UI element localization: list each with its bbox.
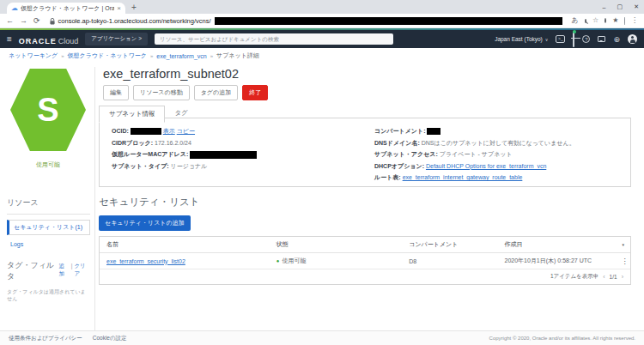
pinned-extension-icon[interactable]: ★ [612, 16, 618, 25]
extension-icon[interactable] [605, 18, 606, 23]
terms-privacy-link[interactable]: 使用条件およびプライバシー [9, 335, 82, 342]
sidebar-item-logs[interactable]: Logs [10, 241, 90, 247]
ocid-row: OCID: 表示 コピー [112, 125, 366, 137]
breadcrumb-networking[interactable]: ネットワーキング [9, 51, 58, 60]
status-text: 使用可能 [282, 257, 306, 263]
new-tab-button[interactable]: + [131, 2, 137, 13]
compartment-label: コンパートメント: [374, 128, 425, 134]
browser-tab-bar: ☁ 仮想クラウド・ネットワーク | Oracle C × + – ▢ ✕ [0, 0, 644, 14]
breadcrumb-vcn[interactable]: exe_terraform_vcn [156, 53, 206, 59]
applications-button[interactable]: アプリケーション > [85, 33, 148, 45]
copyright-text: Copyright © 2020, Oracle and/or its affi… [489, 336, 635, 341]
entity-status: 使用可能 [9, 160, 87, 169]
lock-icon [50, 13, 55, 28]
zoom-icon[interactable] [585, 19, 586, 23]
forward-icon[interactable]: → [20, 17, 27, 25]
breadcrumb-separator: » [210, 53, 213, 58]
header-name[interactable]: 名前 [100, 237, 270, 252]
tag-filter-note: タグ・フィルタは適用されていません [7, 288, 90, 302]
tag-filter-actions: 追加 | クリア [59, 263, 90, 278]
bookmark-star-icon[interactable]: ☆ [592, 16, 598, 25]
entity-icon-block: S 使用可能 [9, 69, 87, 169]
cloud-shell-icon[interactable]: >_ [556, 35, 565, 43]
ocid-show-link[interactable]: 表示 [163, 128, 175, 134]
subnet-type-label: サブネット・タイプ: [112, 163, 169, 169]
edit-button[interactable]: 編集 [103, 85, 129, 100]
subnet-type-value: リージョナル [171, 163, 208, 169]
header-created[interactable]: 作成日 [497, 237, 614, 252]
browser-profile-avatar[interactable] [624, 17, 625, 25]
add-tags-button[interactable]: タグの追加 [194, 85, 239, 100]
translate-icon[interactable]: あ [572, 16, 579, 25]
sidebar-rule [7, 214, 90, 215]
back-icon[interactable]: ← [6, 17, 14, 25]
window-controls: – ▢ ✕ [603, 0, 639, 14]
console-search-input[interactable] [155, 33, 393, 45]
language-globe-icon[interactable]: ⊕ [613, 35, 620, 44]
tag-clear-link[interactable]: クリア [74, 263, 90, 278]
help-icon[interactable]: ? [582, 35, 590, 43]
sort-caret-icon[interactable]: ▼ [614, 239, 630, 251]
resources-title: リソース [7, 197, 90, 209]
hamburger-menu-icon[interactable]: ≡ [7, 35, 12, 44]
route-table-link[interactable]: exe_terraform_internet_gateway_route_tab… [403, 174, 523, 180]
table-pagination: 1アイテムを表示中 ‹ 1/1 › [100, 269, 630, 284]
tag-filter-title: タグ・フィルタ [7, 260, 59, 282]
bell-status-dot [573, 30, 576, 33]
oci-top-nav: ≡ ORACLECloud アプリケーション > Japan East (Tok… [0, 30, 644, 48]
mac-label: 仮想ルーターMACアドレス: [112, 151, 188, 157]
user-avatar[interactable] [628, 34, 637, 44]
dns-value: DNSはこのサブネットに対して有効になっていません。 [422, 140, 575, 146]
announcements-bell-icon[interactable] [573, 32, 574, 47]
dns-row: DNSドメイン名: DNSはこのサブネットに対して有効になっていません。 [374, 137, 618, 149]
details-right-column: コンパートメント: DNSドメイン名: DNSはこのサブネットに対して有効になっ… [374, 125, 618, 179]
ocid-copy-link[interactable]: コピー [177, 128, 195, 134]
created-cell: 2020年10月1日(木) 0:58:27 UTC [497, 253, 614, 269]
breadcrumb-vcn-list[interactable]: 仮想クラウド・ネットワーク [68, 51, 147, 60]
region-label: Japan East (Tokyo) [495, 36, 543, 42]
terminate-button[interactable]: 終了 [242, 85, 268, 100]
subnet-type-row: サブネット・タイプ: リージョナル [112, 160, 366, 172]
browser-menu-icon[interactable]: ⋮ [631, 16, 638, 25]
details-left-column: OCID: 表示 コピー CIDRブロック: 172.16.2.0/24 仮想ル… [112, 125, 366, 179]
subnet-hexagon-icon: S [10, 69, 86, 151]
compartment-cell: D8 [402, 255, 497, 268]
tab-close-icon[interactable]: × [117, 4, 121, 12]
reload-icon[interactable]: ⟳ [33, 17, 40, 25]
tag-add-link[interactable]: 追加 [59, 263, 70, 278]
url-field[interactable]: console.ap-tokyo-1.oraclecloud.com/netwo… [46, 15, 566, 27]
subnet-access-value: プライベート - サブネット [440, 151, 513, 157]
tab-subnet-info[interactable]: サブネット情報 [99, 106, 165, 123]
page-next-icon[interactable]: › [622, 274, 623, 280]
tab-tags[interactable]: タグ [165, 106, 197, 123]
browser-tab[interactable]: ☁ 仮想クラウド・ネットワーク | Oracle C × [7, 3, 125, 14]
move-resource-button[interactable]: リソースの移動 [133, 85, 190, 100]
nav-right-cluster: Japan East (Tokyo)∨ >_ ? ⊕ [495, 32, 637, 47]
redacted-url-segment [215, 17, 562, 25]
tag-links-separator: | [71, 263, 73, 278]
window-maximize-button[interactable]: ▢ [617, 3, 623, 10]
redacted-compartment [427, 128, 440, 135]
footer-links: 使用条件およびプライバシー Cookieの設定 [9, 335, 127, 342]
sidebar-item-security-lists[interactable]: セキュリティ・リスト(1) [7, 220, 90, 235]
dhcp-options-link[interactable]: Default DHCP Options for exe_terraform_v… [426, 163, 546, 169]
security-list-link[interactable]: exe_terraform_security_list02 [106, 258, 185, 264]
window-minimize-button[interactable]: – [603, 4, 606, 10]
cookie-settings-link[interactable]: Cookieの設定 [93, 335, 127, 342]
add-security-list-button[interactable]: セキュリティ・リストの追加 [99, 215, 191, 231]
subnet-access-label: サブネット・アクセス: [374, 151, 438, 157]
page-prev-icon[interactable]: ‹ [603, 274, 605, 280]
cloud-favicon-icon: ☁ [11, 5, 18, 12]
feedback-chat-icon[interactable] [598, 36, 605, 42]
redacted-mac-address [190, 151, 257, 159]
header-status[interactable]: 状態 [270, 237, 403, 252]
route-table-row: ルート表: exe_terraform_internet_gateway_rou… [374, 172, 618, 184]
table-row: exe_terraform_security_list02 ●使用可能 D8 2… [100, 253, 630, 269]
header-compartment[interactable]: コンパートメント [402, 237, 497, 252]
ocid-label: OCID: [112, 128, 129, 134]
row-menu-icon[interactable]: ⋮ [614, 254, 630, 269]
region-selector[interactable]: Japan East (Tokyo)∨ [495, 36, 548, 42]
window-close-button[interactable]: ✕ [634, 3, 639, 10]
oracle-cloud-logo[interactable]: ORACLECloud [19, 32, 79, 47]
detail-tabs: サブネット情報 タグ [99, 106, 197, 123]
